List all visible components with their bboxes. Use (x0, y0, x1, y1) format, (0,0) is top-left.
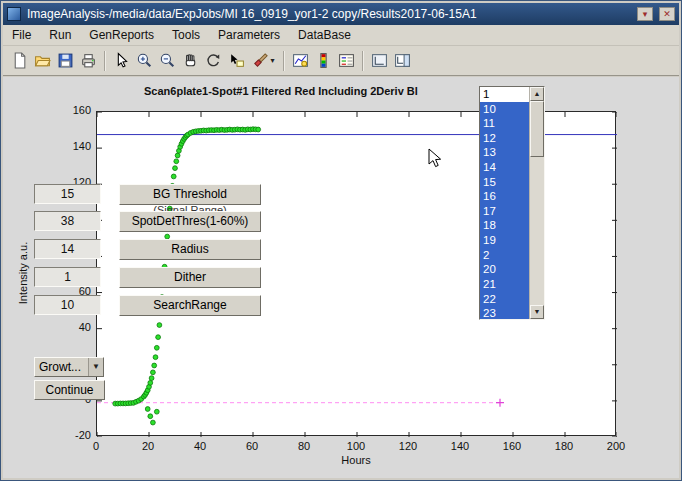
x-tick-label: 60 (235, 440, 269, 452)
data-cursor-button[interactable] (225, 49, 248, 72)
x-tick-label: 200 (599, 440, 633, 452)
listbox-item-23[interactable]: 23 (480, 306, 529, 319)
radius-field[interactable]: 14 (34, 239, 101, 259)
channel-listbox[interactable]: 110111213141516171819220212223 ▲ ▼ (479, 86, 545, 320)
menu-item-parameters[interactable]: Parameters (209, 26, 289, 44)
x-tick-label: 180 (547, 440, 581, 452)
scrollbar-thumb[interactable] (530, 101, 544, 157)
bg-threshold-button[interactable]: BG Threshold (119, 184, 261, 205)
app-window: ImageAnalysis-/media/data/ExpJobs/MI 16_… (0, 0, 682, 481)
rotate-3d-button[interactable] (202, 49, 225, 72)
radius-button[interactable]: Radius (119, 239, 261, 260)
menu-item-genreports[interactable]: GenReports (80, 26, 163, 44)
dither-button[interactable]: Dither (119, 267, 261, 288)
link-plot-icon (292, 52, 309, 69)
toolbar-separator (283, 51, 285, 71)
x-tick-label: 40 (183, 440, 217, 452)
toolbar-separator (362, 51, 364, 71)
dropdown-arrow-icon[interactable]: ▼ (88, 358, 103, 376)
y-tick-label: 160 (48, 104, 91, 116)
listbox-item-19[interactable]: 19 (480, 233, 529, 248)
listbox-items: 110111213141516171819220212223 (480, 87, 529, 319)
edit-plot-button[interactable] (110, 49, 133, 72)
scroll-down-icon[interactable]: ▼ (530, 305, 544, 319)
menu-bar: FileRunGenReportsToolsParametersDataBase (3, 25, 679, 46)
show-plot-tools-button[interactable] (391, 49, 414, 72)
mouse-cursor-icon (428, 148, 442, 173)
colorbar-icon (315, 52, 332, 69)
rotate-icon (205, 52, 222, 69)
close-button[interactable]: ✕ (659, 7, 675, 21)
growth-mode-dropdown-label: Growt... (35, 358, 88, 376)
scroll-up-icon[interactable]: ▲ (530, 87, 544, 101)
listbox-item-15[interactable]: 15 (480, 175, 529, 190)
insert-colorbar-button[interactable] (312, 49, 335, 72)
menu-item-database[interactable]: DataBase (289, 26, 360, 44)
listbox-item-18[interactable]: 18 (480, 218, 529, 233)
hide-plot-tools-icon (371, 52, 388, 69)
plot-title: Scan6plate1-Spot#1 Filtered Red Includin… (144, 85, 418, 97)
listbox-item-22[interactable]: 22 (480, 292, 529, 307)
minimize-button[interactable]: ▾ (637, 7, 653, 21)
spot-det-thres-button[interactable]: SpotDetThres(1-60%) (119, 211, 261, 232)
x-tick-label: 100 (339, 440, 373, 452)
new-figure-icon (11, 52, 28, 69)
listbox-item-12[interactable]: 12 (480, 131, 529, 146)
brush-button[interactable]: ▾ (248, 49, 279, 72)
print-figure-button[interactable] (77, 49, 100, 72)
y-tick-label: -20 (48, 429, 91, 441)
listbox-scrollbar[interactable]: ▲ ▼ (529, 87, 544, 319)
open-file-button[interactable] (31, 49, 54, 72)
listbox-item-10[interactable]: 10 (480, 102, 529, 117)
listbox-item-14[interactable]: 14 (480, 160, 529, 175)
bg-threshold-field[interactable]: 15 (34, 184, 101, 204)
search-range-button[interactable]: SearchRange (119, 295, 261, 316)
new-figure-button[interactable] (8, 49, 31, 72)
menu-item-run[interactable]: Run (40, 26, 80, 44)
listbox-item-1[interactable]: 1 (480, 87, 529, 102)
x-tick-label: 140 (443, 440, 477, 452)
link-plot-button[interactable] (289, 49, 312, 72)
listbox-item-17[interactable]: 17 (480, 204, 529, 219)
x-tick-label: 80 (287, 440, 321, 452)
dither-field[interactable]: 1 (34, 267, 101, 287)
legend-icon (338, 52, 355, 69)
toolbar-separator (104, 51, 106, 71)
insert-legend-button[interactable] (335, 49, 358, 72)
y-tick-label: 140 (48, 140, 91, 152)
hand-icon (182, 52, 199, 69)
listbox-item-20[interactable]: 20 (480, 262, 529, 277)
show-plot-tools-icon (394, 52, 411, 69)
x-tick-label: 120 (391, 440, 425, 452)
title-bar[interactable]: ImageAnalysis-/media/data/ExpJobs/MI 16_… (3, 3, 679, 25)
x-tick-label: 0 (79, 440, 113, 452)
y-tick-label: 40 (48, 321, 91, 333)
brush-dropdown-caret[interactable]: ▾ (270, 56, 274, 65)
x-tick-label: 20 (131, 440, 165, 452)
menu-item-file[interactable]: File (3, 26, 40, 44)
listbox-item-2[interactable]: 2 (480, 248, 529, 263)
listbox-item-16[interactable]: 16 (480, 189, 529, 204)
app-icon (7, 7, 21, 21)
listbox-item-11[interactable]: 11 (480, 116, 529, 131)
hide-plot-tools-button[interactable] (368, 49, 391, 72)
y-axis-label: Intensity a.u. (17, 208, 29, 338)
toolbar: ▾ (3, 46, 679, 76)
brush-icon (252, 52, 269, 69)
save-figure-button[interactable] (54, 49, 77, 72)
zoom-out-button[interactable] (156, 49, 179, 72)
listbox-item-21[interactable]: 21 (480, 277, 529, 292)
spot-det-thres-field[interactable]: 38 (34, 211, 101, 231)
zoom-in-button[interactable] (133, 49, 156, 72)
menu-item-tools[interactable]: Tools (163, 26, 209, 44)
x-axis-label: Hours (306, 454, 406, 466)
growth-mode-dropdown[interactable]: Growt... ▼ (34, 357, 104, 377)
window-title: ImageAnalysis-/media/data/ExpJobs/MI 16_… (27, 7, 631, 21)
x-tick-label: 160 (495, 440, 529, 452)
continue-button[interactable]: Continue (34, 380, 105, 400)
search-range-field[interactable]: 10 (34, 295, 101, 315)
listbox-item-13[interactable]: 13 (480, 145, 529, 160)
arrow-pointer-icon (113, 52, 130, 69)
printer-icon (80, 52, 97, 69)
pan-button[interactable] (179, 49, 202, 72)
